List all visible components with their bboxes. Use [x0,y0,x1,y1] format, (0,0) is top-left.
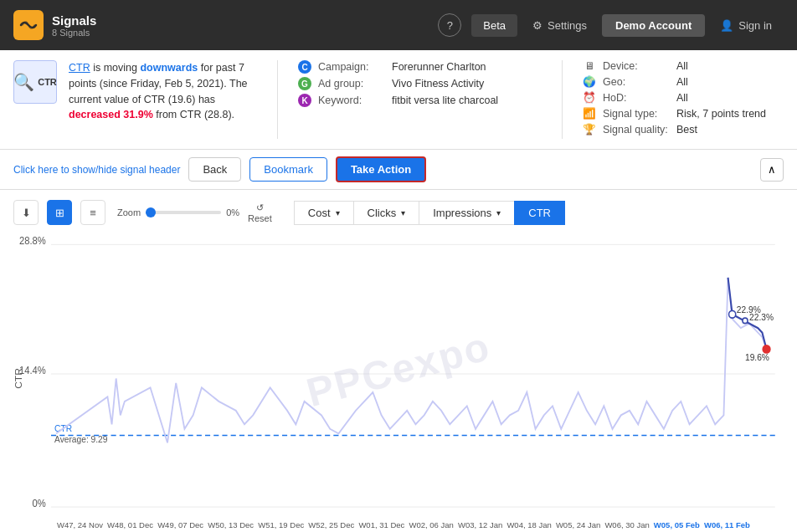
demo-account-button[interactable]: Demo Account [602,14,705,37]
filter-button[interactable]: ≡ [80,200,105,225]
chevron-down-icon: ▾ [496,208,501,217]
x-axis-labels: W47, 24 Nov W48, 01 Dec W49, 07 Dec W50,… [13,519,784,529]
x-label-13: W06, 11 Feb [704,520,750,529]
ctr-icon-box: 🔍 CTR [13,60,57,104]
x-label-11: W06, 30 Jan [604,520,649,529]
geo-row: 🌍 Geo: All [583,75,784,88]
logo-text: Signals 8 Signals [52,13,96,38]
svg-text:22.3%: 22.3% [749,312,774,322]
signal-quality-row: 🏆 Signal quality: Best [583,123,784,136]
logo-area: Signals 8 Signals [13,10,96,40]
reset-icon: ↺ [256,202,264,213]
metric-tab-ctr[interactable]: CTR [514,201,565,225]
download-button[interactable]: ⬇ [13,200,39,225]
signal-left-panel: 🔍 CTR CTR is moving downwards for past 7… [13,60,257,139]
svg-text:Average: 9.29: Average: 9.29 [54,434,108,444]
settings-button[interactable]: ⚙ Settings [521,14,599,37]
svg-text:0%: 0% [33,498,46,509]
x-label-3: W50, 13 Dec [208,520,254,529]
svg-point-10 [729,310,736,318]
back-button[interactable]: Back [188,157,241,182]
zoom-area: Zoom 0% [117,207,239,217]
chevron-up-icon: ∧ [768,163,776,176]
x-label-5: W52, 25 Dec [308,520,354,529]
x-label-0: W47, 24 Nov [57,520,103,529]
campaign-letter: C [298,60,311,74]
x-label-1: W48, 01 Dec [107,520,153,529]
keyword-letter: K [298,94,311,107]
hod-row: ⏰ HoD: All [583,91,784,104]
ctr-label: CTR [38,77,57,87]
header-nav: ? Beta ⚙ Settings Demo Account 👤 Sign in [438,13,784,37]
metric-tabs: Cost ▾ Clicks ▾ Impressions ▾ CTR [294,201,784,225]
divider-2 [562,60,563,139]
campaign-row: C Campaign: Forerunner Charlton [298,60,542,74]
device-icon: 🖥 [583,60,596,72]
decreased-text: decreased 31.9% [69,109,153,120]
take-action-button[interactable]: Take Action [336,156,426,182]
grid-view-button[interactable]: ⊞ [47,200,72,225]
signal-right-panel: 🖥 Device: All 🌍 Geo: All ⏰ HoD: All 📶 Si… [583,60,784,139]
beta-button[interactable]: Beta [471,14,517,37]
signal-type-icon: 📶 [583,107,596,120]
app-subtitle: 8 Signals [52,28,96,38]
x-label-8: W03, 12 Jan [458,520,502,529]
zoom-percent: 0% [226,207,239,217]
collapse-button[interactable]: ∧ [760,158,784,182]
signal-quality-icon: 🏆 [583,123,596,136]
keyword-row: K Keyword: fitbit versa lite charcoal [298,94,542,107]
adgroup-letter: G [298,77,311,90]
grid-icon: ⊞ [55,207,64,219]
x-label-6: W01, 31 Dec [358,520,404,529]
divider-1 [277,60,278,139]
zoom-thumb [146,207,156,217]
reset-button[interactable]: ↺ Reset [248,202,272,223]
geo-icon: 🌍 [583,75,596,88]
chart-svg: 28.8% 14.4% 0% CTR CTR Average: 9.29 22.… [13,232,784,516]
signal-description: CTR is moving downwards for past 7 point… [69,60,257,139]
zoom-slider[interactable] [146,211,221,214]
metric-tab-clicks[interactable]: Clicks ▾ [353,201,419,225]
person-icon: 👤 [720,19,733,32]
chart-container: PPCexpo 28.8% 14.4% 0% CTR CTR Average: … [13,232,784,516]
show-hide-signal-link[interactable]: Click here to show/hide signal header [13,164,180,176]
action-bar: Click here to show/hide signal header Ba… [0,150,797,190]
logo-icon [13,10,44,40]
sign-in-button[interactable]: 👤 Sign in [708,14,784,37]
app-header: Signals 8 Signals ? Beta ⚙ Settings Demo… [0,0,797,50]
device-row: 🖥 Device: All [583,60,784,72]
signal-middle-panel: C Campaign: Forerunner Charlton G Ad gro… [298,60,542,139]
bookmark-button[interactable]: Bookmark [249,157,327,182]
ctr-link[interactable]: CTR [69,62,90,74]
filter-icon: ≡ [90,207,96,219]
chevron-down-icon: ▾ [401,208,405,217]
direction-word: downwards [140,62,198,74]
x-label-9: W04, 18 Jan [506,520,551,529]
x-label-2: W49, 07 Dec [157,520,203,529]
metric-tab-impressions[interactable]: Impressions ▾ [419,201,514,225]
svg-text:28.8%: 28.8% [19,235,46,246]
search-icon: 🔍 [13,72,34,92]
hod-icon: ⏰ [583,91,596,104]
app-name: Signals [52,13,96,28]
svg-text:CTR: CTR [13,368,23,389]
download-icon: ⬇ [22,207,31,219]
svg-text:19.6%: 19.6% [745,351,770,361]
zoom-label: Zoom [117,207,141,217]
chevron-down-icon: ▾ [336,208,340,217]
svg-point-12 [743,318,748,324]
chart-area: ⬇ ⊞ ≡ Zoom 0% ↺ Reset Cost ▾ Clicks [0,190,797,532]
adgroup-row: G Ad group: Vivo Fitness Activity [298,77,542,90]
metric-tab-cost[interactable]: Cost ▾ [294,201,353,225]
x-label-10: W05, 24 Jan [556,520,600,529]
settings-icon: ⚙ [532,19,542,32]
x-label-4: W51, 19 Dec [258,520,304,529]
x-label-7: W02, 06 Jan [409,520,453,529]
signal-banner: 🔍 CTR CTR is moving downwards for past 7… [0,50,797,150]
help-button[interactable]: ? [438,13,461,37]
chart-toolbar: ⬇ ⊞ ≡ Zoom 0% ↺ Reset Cost ▾ Clicks [13,200,784,225]
x-label-12: W05, 05 Feb [654,520,700,529]
signal-type-row: 📶 Signal type: Risk, 7 points trend [583,107,784,120]
